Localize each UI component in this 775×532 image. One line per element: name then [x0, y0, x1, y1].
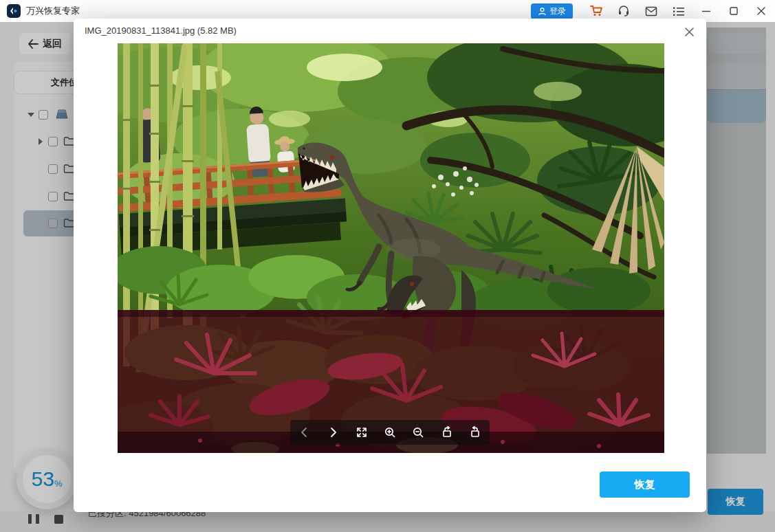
modal-close-icon[interactable] — [680, 23, 698, 41]
rotate-left-icon[interactable] — [463, 422, 487, 443]
user-icon — [538, 7, 547, 16]
maximize-icon[interactable] — [720, 0, 747, 22]
zoom-out-icon[interactable] — [406, 422, 430, 443]
photo-preview — [118, 43, 664, 453]
window-title: 万兴恢复专家 — [26, 5, 80, 17]
next-icon[interactable] — [321, 422, 345, 443]
fullscreen-icon[interactable] — [350, 422, 373, 443]
preview-modal: IMG_20190831_113841.jpg (5.82 MB) — [74, 19, 706, 512]
viewer-toolbar — [290, 420, 490, 445]
zoom-in-icon[interactable] — [378, 422, 402, 443]
app-logo — [7, 4, 21, 18]
close-icon[interactable] — [747, 0, 775, 22]
recover-label: 恢复 — [635, 478, 655, 491]
preview-file-title: IMG_20190831_113841.jpg (5.82 MB) — [85, 19, 237, 43]
previous-icon[interactable] — [293, 422, 316, 443]
login-button[interactable]: 登录 — [531, 3, 573, 19]
rotate-right-icon[interactable] — [435, 422, 459, 443]
login-label: 登录 — [549, 5, 566, 17]
jungle-dinosaur-photo — [118, 43, 664, 453]
recover-button-modal[interactable]: 恢复 — [600, 472, 690, 498]
